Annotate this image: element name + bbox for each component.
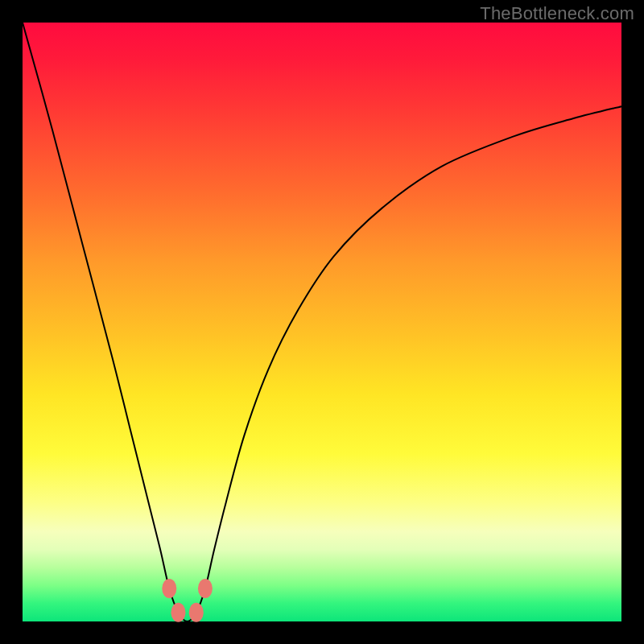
markers-group — [162, 579, 213, 622]
curve-marker — [162, 579, 176, 598]
chart-frame: TheBottleneck.com — [0, 0, 644, 644]
curve-marker — [198, 579, 213, 598]
plot-area — [23, 23, 621, 621]
curve-marker — [171, 603, 185, 622]
curve-marker — [189, 603, 204, 622]
watermark-text: TheBottleneck.com — [480, 3, 634, 24]
curve-svg — [23, 23, 621, 621]
bottleneck-curve — [23, 23, 621, 621]
